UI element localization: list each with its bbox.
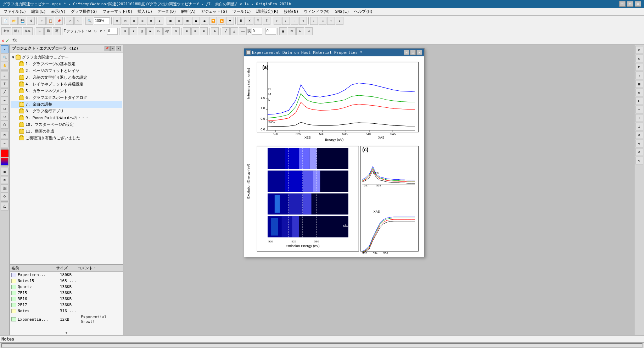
strikethrough-btn[interactable]: x	[146, 27, 154, 35]
file-row-5[interactable]: 2E17 136KB	[10, 302, 123, 308]
arrow-btn[interactable]: ⊳	[296, 27, 304, 35]
menu-sns[interactable]: SNS(L)	[333, 9, 351, 15]
print-btn[interactable]: 🖨	[27, 17, 35, 25]
btn-j[interactable]: ●	[192, 17, 200, 25]
fill-color-btn[interactable]: ◭	[230, 27, 238, 35]
pattern-btn[interactable]: ▦	[279, 27, 287, 35]
tree-root-folder[interactable]: ▼ グラフ出力関連ウェビナー	[11, 54, 122, 61]
btn-z[interactable]: ↓	[336, 17, 343, 25]
right-btn-11[interactable]: ⊚	[635, 131, 643, 139]
formula-fx[interactable]: fx	[12, 38, 17, 43]
btn-h[interactable]: ▤	[175, 17, 183, 25]
tree-item-9[interactable]: 10. マスターページの設定	[11, 121, 122, 128]
paste-btn[interactable]: 📌	[55, 17, 63, 25]
lv-text-btn[interactable]: T	[1, 80, 9, 88]
maximize-button[interactable]: □	[627, 1, 633, 7]
btn-a[interactable]: ⊞	[113, 17, 121, 25]
right-btn-10[interactable]: ⊥	[635, 123, 643, 130]
close-button[interactable]: ✕	[635, 1, 641, 7]
align-left-btn[interactable]: ≡	[183, 27, 191, 35]
right-btn-4[interactable]: ↕	[635, 72, 643, 79]
right-btn-9[interactable]: ⊤	[635, 114, 643, 122]
menu-graph[interactable]: グラフ操作(G)	[69, 8, 100, 15]
new-file-btn[interactable]: 📄	[1, 17, 9, 25]
fontsize-btn[interactable]: Ａ	[172, 27, 180, 35]
menu-format[interactable]: フォーマット(O)	[100, 8, 135, 15]
align-right-btn[interactable]: ≡	[200, 27, 208, 35]
italic-btn[interactable]: I	[129, 27, 137, 35]
right-btn-3[interactable]: ⊟	[635, 63, 643, 71]
zoom-input[interactable]	[94, 17, 110, 24]
btn-i[interactable]: ▥	[184, 17, 191, 25]
text-save2-btn[interactable]: 保存	[23, 27, 33, 35]
btn-v[interactable]: ⊣	[299, 17, 307, 25]
undo-btn[interactable]: ↩	[66, 17, 74, 25]
file-row-7[interactable]: Exponentia... 12KB Exponential Growt!	[10, 314, 123, 325]
explorer-pin-btn[interactable]: 📌	[105, 46, 110, 51]
file-row-4[interactable]: 3E16 136KB	[10, 296, 123, 302]
btn-n[interactable]: ▼	[226, 17, 234, 25]
bold-btn[interactable]: B	[121, 27, 129, 35]
right-btn-6[interactable]: ⊠	[635, 89, 643, 96]
btn-o[interactable]: Ⅲ	[237, 17, 245, 25]
text-open-btn[interactable]: 開く	[12, 27, 22, 35]
more-btn[interactable]: M	[288, 27, 296, 35]
lv-rect-btn[interactable]: □	[1, 105, 9, 112]
file-row-6[interactable]: Notes 316 ...	[10, 308, 123, 314]
menu-insert[interactable]: 挿入(I)	[135, 8, 155, 15]
btn-f[interactable]: ◈	[156, 17, 163, 25]
right-btn-1[interactable]: ⊞	[635, 46, 643, 54]
explorer-min-btn[interactable]: −	[110, 46, 115, 51]
graph-maximize-btn[interactable]: □	[410, 50, 416, 55]
text-paste-btn[interactable]: ⿀	[53, 27, 61, 35]
right-btn-5[interactable]: ▦	[635, 80, 643, 88]
lv-table-btn[interactable]: ⊞	[1, 176, 9, 184]
lv-circle-btn[interactable]: ○	[1, 113, 9, 120]
lv-line-btn[interactable]: ╱	[1, 88, 9, 96]
right-btn-12[interactable]: ⊛	[635, 140, 643, 147]
lv-pan-btn[interactable]: ✋	[1, 62, 9, 69]
tree-item-6[interactable]: 7. 余白の調整	[11, 101, 122, 108]
btn-t[interactable]: ←	[282, 17, 290, 25]
text-copy-btn[interactable]: ⿔	[44, 27, 52, 35]
save-btn[interactable]: 💾	[18, 17, 26, 25]
btn-y[interactable]: ↑	[327, 17, 335, 25]
file-row-0[interactable]: Experimen... 180KB	[10, 272, 123, 278]
tree-item-2[interactable]: 3. 凡例の文字折り返しと表の設定	[11, 74, 122, 81]
btn-b[interactable]: ⊟	[122, 17, 129, 25]
btn-c[interactable]: ≡	[130, 17, 138, 25]
btn-s[interactable]: ⊢	[274, 17, 281, 25]
menu-view[interactable]: 表示(V)	[49, 8, 68, 15]
arrow2-btn[interactable]: ⊲	[305, 27, 313, 35]
lv-image-btn[interactable]: 🖼	[1, 184, 9, 192]
menu-connect[interactable]: 接続(N)	[282, 8, 301, 15]
right-btn-2[interactable]: ⊡	[635, 55, 643, 62]
underline-btn[interactable]: U	[138, 27, 146, 35]
tree-item-10[interactable]: 11. 動画の作成	[11, 128, 122, 135]
menu-analysis[interactable]: 解析(A)	[179, 8, 198, 15]
formula-check[interactable]: ✓	[6, 38, 9, 43]
graph-close-btn[interactable]: ✕	[416, 50, 422, 55]
btn-u[interactable]: →	[291, 17, 298, 25]
line-color-btn[interactable]: ╱	[222, 27, 230, 35]
btn-r[interactable]: Z	[263, 17, 270, 25]
copy-btn[interactable]: 📋	[46, 17, 54, 25]
lv-draw-btn[interactable]: ✏	[1, 72, 9, 80]
lv-region-btn[interactable]: ⊡	[1, 131, 9, 139]
btn-d[interactable]: ≣	[139, 17, 146, 25]
right-btn-14[interactable]: ⊝	[635, 157, 643, 164]
menu-file[interactable]: ファイル(E)	[1, 8, 28, 15]
lv-new-win-btn[interactable]: ⊹	[1, 192, 9, 200]
lv-arrow-btn[interactable]: →	[1, 96, 9, 104]
right-btn-8[interactable]: ⊣	[635, 106, 643, 113]
btn-w[interactable]: ⇤	[310, 17, 318, 25]
color-text-btn[interactable]: A	[211, 27, 219, 35]
btn-l[interactable]: 🔽	[209, 17, 217, 25]
scrollbar-area[interactable]	[0, 342, 644, 348]
line-style-btn[interactable]: ━━	[239, 27, 247, 35]
right-btn-13[interactable]: ⊜	[635, 148, 643, 156]
lv-scale-btn[interactable]: ↔	[1, 139, 9, 147]
btn-g[interactable]: ▦	[167, 17, 174, 25]
graph-minimize-btn[interactable]: −	[404, 50, 409, 55]
open-btn[interactable]: 📂	[10, 17, 18, 25]
